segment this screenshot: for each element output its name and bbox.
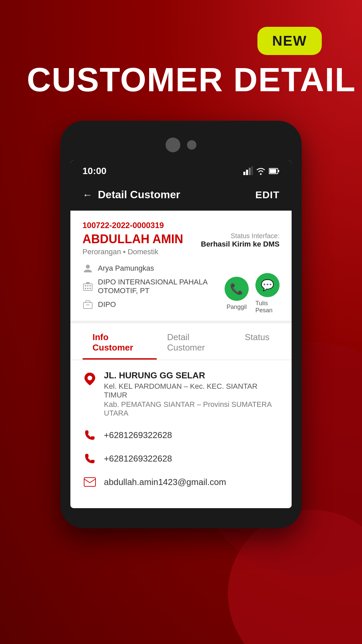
svg-point-4 [260, 173, 262, 175]
customer-name: ABDULLAH AMIN [82, 232, 183, 246]
tab-status[interactable]: Status [235, 323, 280, 360]
svg-rect-0 [243, 172, 245, 175]
tab-info-customer[interactable]: Info Customer [82, 323, 157, 360]
app-header: ← Detail Customer EDIT [70, 182, 292, 211]
svg-rect-3 [251, 166, 253, 175]
signal-icon [243, 166, 253, 176]
tabs-bar: Info Customer Detail Customer Status [70, 323, 292, 360]
svg-rect-6 [269, 169, 276, 173]
message-label: Tulis Pesan [255, 300, 280, 314]
email-row: abdullah.amin1423@gmail.com [82, 475, 280, 489]
status-label: Status Interface: [201, 232, 280, 240]
action-buttons: 📞 Panggil 💬 Tulis Pesan [225, 273, 280, 314]
header-left: ← Detail Customer [82, 189, 180, 201]
svg-rect-16 [86, 282, 89, 284]
camera-small [187, 140, 196, 150]
edit-button[interactable]: EDIT [255, 189, 280, 201]
camera-area [70, 131, 292, 160]
svg-rect-7 [278, 170, 279, 172]
svg-rect-15 [89, 288, 91, 289]
svg-rect-12 [89, 285, 91, 286]
email-address[interactable]: abdullah.amin1423@gmail.com [104, 477, 226, 487]
customer-card: 100722-2022-0000319 ABDULLAH AMIN Perora… [70, 211, 292, 323]
call-button[interactable]: 📞 Panggil [225, 277, 249, 311]
location-icon [82, 372, 97, 386]
message-button[interactable]: 💬 Tulis Pesan [255, 273, 280, 314]
svg-rect-14 [87, 288, 88, 289]
svg-point-8 [86, 265, 90, 269]
battery-icon [269, 168, 280, 174]
phone2-icon [82, 451, 97, 466]
branch-icon [82, 299, 93, 310]
branch-name: DIPO [98, 300, 116, 309]
address-block: JL. HURUNG GG SELAR Kel. KEL PARDOMUAN –… [104, 370, 280, 418]
header-title: Detail Customer [98, 189, 180, 201]
address-section: JL. HURUNG GG SELAR Kel. KEL PARDOMUAN –… [82, 370, 280, 418]
svg-rect-2 [249, 168, 251, 175]
tab-detail-customer[interactable]: Detail Customer [157, 323, 235, 360]
phone1-icon [82, 428, 97, 442]
svg-rect-17 [83, 303, 92, 309]
phone1-row: +6281269322628 [82, 428, 280, 442]
phone2-row: +6281269322628 [82, 451, 280, 466]
agent-name: Arya Pamungkas [98, 264, 154, 273]
company-name: DIPO INTERNASIONAL PAHALA OTOMOTIF, PT [98, 278, 225, 295]
phone1-number[interactable]: +6281269322628 [104, 430, 172, 440]
camera-main [166, 138, 180, 152]
status-bar: 10:00 [70, 160, 292, 182]
address-line3: Kab. PEMATANG SIANTAR – Provinsi SUMATER… [104, 400, 280, 418]
wifi-icon [255, 166, 266, 176]
status-time: 10:00 [82, 166, 107, 176]
page-title: CUSTOMER DETAIL [27, 60, 356, 99]
svg-rect-11 [87, 285, 88, 286]
call-label: Panggil [227, 304, 247, 311]
phone-mockup: 10:00 [60, 121, 302, 528]
status-value: Berhasil Kirim ke DMS [201, 240, 280, 249]
svg-rect-10 [85, 285, 86, 286]
agent-icon [82, 263, 93, 274]
address-street: JL. HURUNG GG SELAR [104, 370, 280, 381]
svg-rect-20 [84, 478, 96, 486]
svg-rect-9 [83, 284, 92, 290]
customer-type: Perorangan • Domestik [82, 248, 183, 256]
phone2-number[interactable]: +6281269322628 [104, 453, 172, 464]
svg-point-19 [87, 376, 92, 380]
status-icons [243, 166, 280, 176]
info-content: JL. HURUNG GG SELAR Kel. KEL PARDOMUAN –… [70, 360, 292, 508]
svg-rect-13 [85, 288, 86, 289]
customer-id: 100722-2022-0000319 [82, 221, 280, 230]
svg-rect-1 [246, 170, 248, 175]
back-button[interactable]: ← [82, 189, 93, 201]
phone-screen: 10:00 [70, 160, 292, 508]
svg-rect-18 [86, 305, 89, 305]
new-badge: NEW [257, 27, 322, 55]
email-icon [82, 475, 97, 489]
address-line2: Kel. KEL PARDOMUAN – Kec. KEC. SIANTAR T… [104, 382, 280, 399]
company-icon [82, 281, 93, 292]
